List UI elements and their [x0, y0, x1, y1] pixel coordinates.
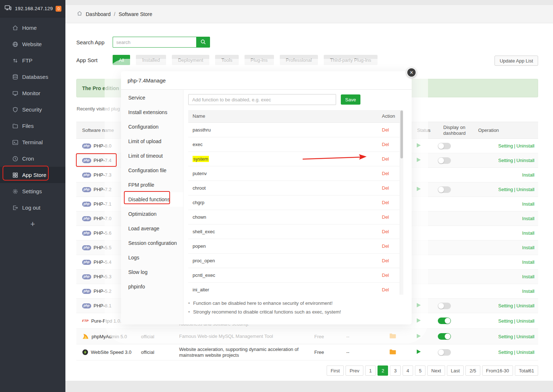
install-link[interactable]: Install — [522, 245, 534, 250]
del-link[interactable]: Del — [382, 272, 389, 278]
dashboard-toggle[interactable] — [438, 349, 451, 356]
page-last[interactable]: Last — [447, 365, 464, 376]
setting-link[interactable]: Setting — [498, 158, 513, 163]
modal-note: •Function can be disabled here to enhanc… — [188, 299, 407, 308]
uninstall-link[interactable]: Uninstall — [516, 349, 534, 355]
sidebar-item-security[interactable]: Security — [0, 101, 65, 118]
dashboard-toggle[interactable] — [438, 333, 451, 340]
modal-menu-disabled-functions[interactable]: Disabled functions — [121, 192, 183, 207]
modal-menu-limit-of-upload[interactable]: Limit of upload — [121, 134, 183, 149]
del-link[interactable]: Del — [382, 200, 389, 205]
page-next[interactable]: Next — [427, 365, 445, 376]
modal-menu-configuration-file[interactable]: Configuration file — [121, 163, 183, 178]
uninstall-link[interactable]: Uninstall — [516, 187, 534, 192]
dashboard-toggle[interactable] — [438, 186, 451, 193]
page-3[interactable]: 3 — [390, 365, 400, 376]
sidebar-item-label: Databases — [22, 74, 48, 80]
uninstall-link[interactable]: Uninstall — [516, 318, 534, 324]
uninstall-link[interactable]: Uninstall — [516, 143, 534, 149]
setting-link[interactable]: Setting — [498, 349, 513, 355]
dashboard-toggle[interactable] — [438, 303, 451, 309]
del-link[interactable]: Del — [382, 214, 389, 220]
page-total61[interactable]: Total61 — [515, 365, 538, 376]
del-link[interactable]: Del — [382, 258, 389, 263]
sidebar-item-log-out[interactable]: Log out — [0, 199, 65, 216]
add-function-input[interactable] — [188, 94, 336, 105]
install-link[interactable]: Install — [522, 216, 534, 221]
function-name: chown — [193, 214, 206, 220]
sidebar-item-ftp[interactable]: FTP — [0, 52, 65, 69]
sidebar-item-label: FTP — [22, 57, 32, 64]
sidebar-item-databases[interactable]: Databases — [0, 69, 65, 85]
modal-menu-optimization[interactable]: Optimization — [121, 207, 183, 221]
modal-close-button[interactable]: × — [407, 68, 416, 77]
message-badge[interactable]: 0 — [56, 6, 61, 12]
modal-menu-logs[interactable]: Logs — [121, 250, 183, 265]
sidebar-item-monitor[interactable]: Monitor — [0, 85, 65, 101]
breadcrumb-dashboard[interactable]: Dashboard — [86, 11, 111, 17]
scrollbar-thumb[interactable] — [400, 110, 403, 158]
save-button[interactable]: Save — [341, 94, 360, 105]
page-first[interactable]: First — [327, 365, 344, 376]
sidebar-item-settings[interactable]: Settings — [0, 183, 65, 199]
update-app-list-button[interactable]: Update App List — [495, 56, 538, 66]
page-4[interactable]: 4 — [403, 365, 413, 376]
setting-link[interactable]: Setting — [498, 303, 513, 308]
modal-menu-slow-log[interactable]: Slow log — [121, 265, 183, 279]
del-link[interactable]: Del — [382, 171, 389, 176]
sidebar-item-cron[interactable]: Cron — [0, 150, 65, 167]
install-link[interactable]: Install — [522, 274, 534, 279]
sidebar-item-files[interactable]: Files — [0, 118, 65, 134]
folder-icon[interactable] — [389, 350, 396, 356]
dashboard-toggle[interactable] — [438, 157, 451, 164]
del-link[interactable]: Del — [382, 127, 389, 133]
uninstall-link[interactable]: Uninstall — [516, 334, 534, 339]
dashboard-toggle[interactable] — [438, 318, 451, 324]
del-link[interactable]: Del — [382, 185, 389, 191]
del-link[interactable]: Del — [382, 229, 389, 234]
modal-menu-load-average[interactable]: Load average — [121, 221, 183, 236]
uninstall-link[interactable]: Uninstall — [516, 158, 534, 163]
sidebar-item-home[interactable]: Home — [0, 20, 65, 36]
uninstall-link[interactable]: Uninstall — [516, 303, 534, 308]
setting-link[interactable]: Setting — [498, 187, 513, 192]
install-link[interactable]: Install — [522, 201, 534, 207]
scrollbar-track[interactable] — [400, 110, 403, 295]
modal-menu-configuration[interactable]: Configuration — [121, 120, 183, 134]
search-input[interactable] — [113, 37, 196, 48]
modal-menu-install-extensions[interactable]: Install extensions — [121, 105, 183, 120]
setting-link[interactable]: Setting — [498, 334, 513, 339]
install-link[interactable]: Install — [522, 259, 534, 265]
install-link[interactable]: Install — [522, 288, 534, 294]
php-icon: php — [82, 216, 91, 221]
del-link[interactable]: Del — [382, 142, 389, 147]
page-prev[interactable]: Prev — [346, 365, 363, 376]
sidebar-item-terminal[interactable]: Terminal — [0, 134, 65, 150]
modal-menu-phpinfo[interactable]: phpinfo — [121, 279, 183, 294]
search-button[interactable] — [196, 37, 210, 48]
setting-link[interactable]: Setting — [498, 143, 513, 149]
install-link[interactable]: Install — [522, 230, 534, 236]
sidebar-item-label: Cron — [22, 155, 34, 162]
page-2[interactable]: 2 — [378, 365, 388, 376]
del-link[interactable]: Del — [382, 156, 389, 162]
del-link[interactable]: Del — [382, 243, 389, 249]
modal-menu-limit-of-timeout[interactable]: Limit of timeout — [121, 149, 183, 163]
del-link[interactable]: Del — [382, 287, 389, 292]
page-from16-30[interactable]: From16-30 — [482, 365, 513, 376]
sidebar: 192.168.247.129 0 HomeWebsiteFTPDatabase… — [0, 0, 65, 392]
setting-link[interactable]: Setting — [498, 318, 513, 324]
modal-menu-service[interactable]: Service — [121, 90, 183, 105]
modal-menu-session-configuration[interactable]: Session configuration — [121, 236, 183, 250]
modal-menu-fpm-profile[interactable]: FPM profile — [121, 178, 183, 192]
sidebar-item-app-store[interactable]: App Store — [0, 167, 65, 183]
sidebar-item-website[interactable]: Website — [0, 36, 65, 52]
page-5[interactable]: 5 — [415, 365, 425, 376]
server-ip: 192.168.247.129 — [15, 6, 53, 11]
install-link[interactable]: Install — [522, 172, 534, 178]
sidebar-add-button[interactable]: + — [0, 216, 65, 232]
page-2-5[interactable]: 2/5 — [465, 365, 480, 376]
php-icon: php — [82, 202, 91, 207]
dashboard-toggle[interactable] — [438, 143, 451, 149]
page-1[interactable]: 1 — [365, 365, 376, 376]
